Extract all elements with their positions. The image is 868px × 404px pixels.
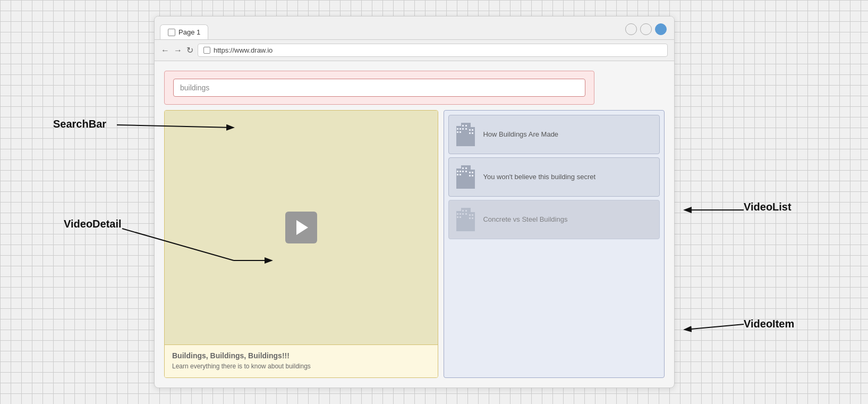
video-item[interactable]: Concrete vs Steel Buildings <box>448 200 660 239</box>
svg-rect-2 <box>468 127 475 146</box>
play-button[interactable] <box>285 212 317 243</box>
play-icon <box>296 220 308 235</box>
back-button[interactable]: ← <box>161 46 169 55</box>
svg-rect-28 <box>469 175 471 176</box>
svg-rect-33 <box>457 213 458 215</box>
address-bar: ← → ↻ https://www.draw.io <box>155 40 674 61</box>
video-item-title-3: Concrete vs Steel Buildings <box>483 215 567 224</box>
svg-rect-12 <box>472 129 473 131</box>
window-btn-2[interactable] <box>640 23 652 35</box>
svg-line-49 <box>685 324 744 330</box>
svg-rect-4 <box>459 128 461 130</box>
videoitem-annotation-label: VideoItem <box>744 318 794 330</box>
svg-rect-19 <box>459 171 461 172</box>
svg-rect-11 <box>469 129 471 131</box>
video-thumb-1 <box>454 121 478 148</box>
window-btn-3[interactable] <box>655 23 667 35</box>
svg-rect-43 <box>469 217 471 219</box>
browser-tab[interactable]: Page 1 <box>160 24 208 39</box>
svg-rect-32 <box>468 212 475 231</box>
svg-rect-9 <box>462 128 464 130</box>
svg-rect-37 <box>462 210 464 212</box>
svg-rect-36 <box>459 216 461 218</box>
svg-rect-34 <box>459 213 461 215</box>
tab-icon <box>168 29 175 36</box>
forward-button[interactable]: → <box>174 46 182 55</box>
svg-rect-25 <box>465 171 467 172</box>
video-item[interactable]: You won't believe this building secret <box>448 157 660 197</box>
video-thumb-2 <box>454 163 478 191</box>
searchbar-annotation-label: SearchBar <box>53 118 106 130</box>
svg-rect-27 <box>472 172 473 173</box>
svg-rect-10 <box>465 128 467 130</box>
svg-rect-21 <box>459 174 461 175</box>
window-controls <box>625 23 667 35</box>
svg-rect-7 <box>462 125 464 127</box>
svg-rect-39 <box>462 213 464 215</box>
svg-rect-3 <box>457 128 458 130</box>
title-bar: Page 1 <box>155 16 674 40</box>
video-info: Buildings, Buildings, Buildings!!! Learn… <box>165 344 438 377</box>
svg-rect-44 <box>472 217 473 219</box>
video-item-title-1: How Buildings Are Made <box>483 130 558 139</box>
svg-rect-5 <box>457 131 458 133</box>
browser-content: buildings Buildings, Buildings, Building… <box>155 61 674 388</box>
svg-rect-41 <box>469 214 471 216</box>
svg-rect-29 <box>472 175 473 176</box>
tab-label: Page 1 <box>178 28 200 36</box>
svg-rect-35 <box>457 216 458 218</box>
svg-rect-18 <box>457 171 458 172</box>
browser-window: Page 1 ← → ↻ https://www.draw.io buildin… <box>154 16 675 388</box>
video-thumb-3 <box>454 206 478 233</box>
search-input[interactable]: buildings <box>173 79 585 97</box>
svg-rect-8 <box>465 125 467 127</box>
video-detail-title: Buildings, Buildings, Buildings!!! <box>172 351 430 360</box>
video-item[interactable]: How Buildings Are Made <box>448 115 660 154</box>
window-btn-1[interactable] <box>625 23 637 35</box>
search-value: buildings <box>180 83 209 92</box>
video-player[interactable] <box>165 111 438 344</box>
address-url: https://www.draw.io <box>214 46 273 54</box>
videodetail-annotation-label: VideoDetail <box>64 218 122 230</box>
video-detail: Buildings, Buildings, Buildings!!! Learn… <box>164 110 438 378</box>
content-row: Buildings, Buildings, Buildings!!! Learn… <box>164 110 665 378</box>
address-field[interactable]: https://www.draw.io <box>198 44 668 57</box>
address-icon <box>203 47 210 54</box>
svg-rect-38 <box>465 210 467 212</box>
search-bar-section: buildings <box>164 71 594 105</box>
svg-rect-26 <box>469 172 471 173</box>
video-detail-description: Learn everything there is to know about … <box>172 362 430 371</box>
svg-rect-14 <box>472 132 473 134</box>
svg-rect-13 <box>469 132 471 134</box>
svg-rect-6 <box>459 131 461 133</box>
video-list: How Buildings Are Made <box>444 110 665 378</box>
refresh-button[interactable]: ↻ <box>186 45 193 55</box>
svg-rect-42 <box>472 214 473 216</box>
svg-rect-17 <box>468 170 475 189</box>
videolist-annotation-label: VideoList <box>744 201 792 213</box>
video-item-title-2: You won't believe this building secret <box>483 173 595 182</box>
svg-rect-22 <box>462 167 464 169</box>
svg-rect-24 <box>462 171 464 172</box>
svg-rect-23 <box>465 167 467 169</box>
svg-rect-20 <box>457 174 458 175</box>
svg-rect-40 <box>465 213 467 215</box>
